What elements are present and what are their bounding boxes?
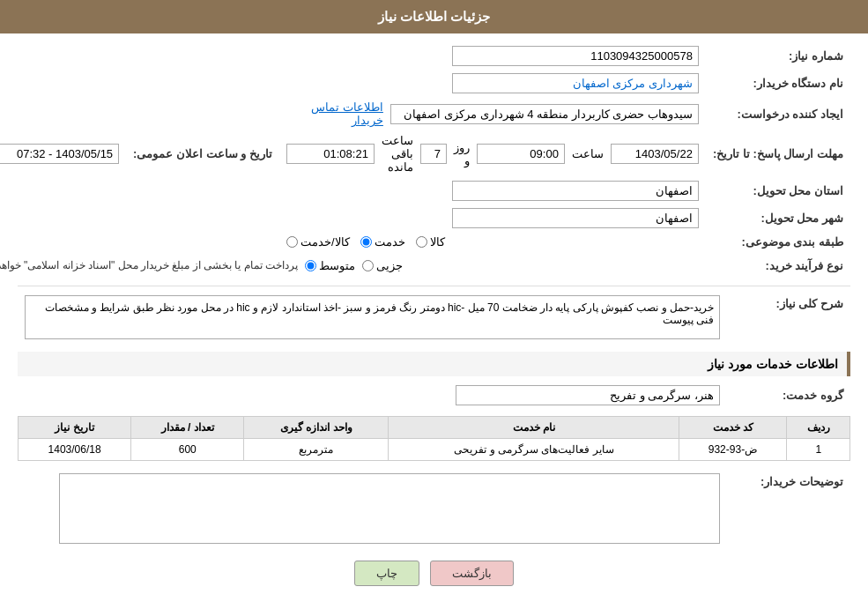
th-vahed: واحد اندازه گیری [244,417,389,439]
back-button[interactable]: بازگشت [430,561,514,586]
row-grouh-khedmat: گروه خدمت: هنر، سرگرمی و تفریح [18,382,850,409]
row-ijad-konande: ایجاد کننده درخواست: اطلاعات تماس خریدار… [0,97,850,130]
row-sharh-niaz: شرح کلی نیاز: خرید-حمل و نصب کفپوش پارکی… [18,292,850,343]
row-mohlet: مهلت ارسال پاسخ: تا تاریخ: 01:08:21 ساعت… [0,130,850,177]
table-row: 1ض-93-932سایر فعالیت‌های سرگرمی و تفریحی… [19,439,850,461]
roz-label: روز و [454,141,470,167]
sharh-niaz-value: خرید-حمل و نصب کفپوش پارکی پایه دار ضخام… [18,292,727,343]
radio-motavaset-label: متوسط [319,259,355,272]
cell-tarikh_niaz: 1403/06/18 [19,439,131,461]
saat-label: ساعت [572,147,604,160]
shahr-value: اصفهان [279,204,706,232]
print-button[interactable]: چاپ [354,561,419,586]
grouh-khedmat-value: هنر، سرگرمی و تفریح [18,382,727,409]
radio-kala-khedmat-input[interactable] [286,236,298,248]
tosehat-table: توضیحات خریدار: [18,470,850,550]
contact-info-link[interactable]: اطلاعات تماس خریدار [286,100,383,127]
radio-jozii-label: جزیی [376,259,403,272]
shahr-label: شهر محل تحویل: [706,204,850,232]
content-area: شماره نیاز: 1103094325000578 نام دستگاه … [0,33,868,604]
row-ostan: استان محل تحویل: اصفهان [0,177,850,204]
tarikh-elaan-value: 1403/05/15 - 07:32 [0,130,126,177]
cell-nam_khedmat: سایر فعالیت‌های سرگرمی و تفریحی [389,439,679,461]
ijad-konande-group: اطلاعات تماس خریدار سیدوهاب حضری کاربردا… [286,100,699,127]
cell-code_khedmat: ض-93-932 [679,439,787,461]
row-farayand: نوع فرآیند خرید: پرداخت تمام یا بخشی از … [0,252,850,279]
radio-motavaset[interactable]: متوسط [305,259,355,272]
radio-khedmat-label: خدمت [375,235,405,249]
th-tarikh-niaz: تاریخ نیاز [19,417,131,439]
service-table-header-row: ردیف کد خدمت نام خدمت واحد اندازه گیری ت… [19,417,850,439]
row-nam-dastgah: نام دستگاه خریدار: شهرداری مرکزی اصفهان [0,70,850,97]
radio-kala-input[interactable] [416,236,427,248]
mohlet-group: 01:08:21 ساعت باقی مانده 7 روز و 09:00 س… [286,134,699,174]
farayand-label: نوع فرآیند خرید: [706,252,850,279]
row-shomara-niaz: شماره نیاز: 1103094325000578 [0,42,850,70]
roz-field: 7 [420,144,447,164]
nam-dastgah-label: نام دستگاه خریدار: [706,70,850,97]
ijad-konande-label: ایجاد کننده درخواست: [706,97,850,130]
radio-kala-khedmat[interactable]: کالا/خدمت [286,235,350,249]
baqi-mande-field: 01:08:21 [286,144,375,164]
farayand-group: پرداخت تمام یا بخشی از مبلغ خریدار محل "… [0,256,699,275]
tarikh-field: 1403/05/22 [611,144,699,164]
cell-vahed: مترمربع [244,439,389,461]
th-radif: ردیف [787,417,850,439]
button-row: بازگشت چاپ [18,561,850,586]
farayand-value: پرداخت تمام یا بخشی از مبلغ خریدار محل "… [0,252,706,279]
tosehat-label: توضیحات خریدار: [727,470,850,550]
grouh-khedmat-table: گروه خدمت: هنر، سرگرمی و تفریح [18,382,850,409]
nam-dastgah-value: شهرداری مرکزی اصفهان [279,70,706,97]
ostan-label: استان محل تحویل: [706,177,850,204]
th-tedaad: تعداد / مقدار [131,417,244,439]
radio-kala-label: کالا [430,235,445,249]
shomara-niaz-label: شماره نیاز: [706,42,850,70]
ijad-konande-value: اطلاعات تماس خریدار سیدوهاب حضری کاربردا… [279,97,706,130]
th-nam-khedmat: نام خدمت [389,417,679,439]
khadamat-section-title: اطلاعات خدمات مورد نیاز [18,352,850,376]
radio-motavaset-input[interactable] [305,260,316,271]
farayand-note: پرداخت تمام یا بخشی از مبلغ خریدار محل "… [0,259,298,271]
sharh-niaz-table: شرح کلی نیاز: خرید-حمل و نصب کفپوش پارکی… [18,292,850,343]
grouh-khedmat-label: گروه خدمت: [727,382,850,409]
tabagheh-radio-group: کالا/خدمت خدمت کالا [286,235,699,249]
ostan-value: اصفهان [279,177,706,204]
tabagheh-value: کالا/خدمت خدمت کالا [279,232,706,252]
radio-khedmat-input[interactable] [360,236,372,248]
saat-field: 09:00 [477,144,565,164]
cell-radif: 1 [787,439,850,461]
page-title: جزئیات اطلاعات نیاز [378,9,490,24]
page-header: جزئیات اطلاعات نیاز [0,0,868,33]
tosehat-value [18,470,727,550]
row-tosehat: توضیحات خریدار: [18,470,850,550]
shomara-niaz-field: 1103094325000578 [452,46,699,66]
tosehat-textarea[interactable] [59,473,720,544]
main-info-table: شماره نیاز: 1103094325000578 نام دستگاه … [0,42,850,279]
radio-kala-khedmat-label: کالا/خدمت [300,235,350,249]
sharh-niaz-label: شرح کلی نیاز: [727,292,850,343]
grouh-khedmat-field: هنر، سرگرمی و تفریح [456,385,720,405]
shomara-niaz-value: 1103094325000578 [279,42,706,70]
row-shahr: شهر محل تحویل: اصفهان [0,204,850,232]
tarikh-elaan-field: 1403/05/15 - 07:32 [0,144,119,164]
tarikh-elaan-label: تاریخ و ساعت اعلان عمومی: [126,130,279,177]
page-container: جزئیات اطلاعات نیاز شماره نیاز: 11030943… [0,0,868,609]
ijad-konande-field: سیدوهاب حضری کاربردار منطقه 4 شهرداری مر… [390,104,699,124]
radio-jozii-input[interactable] [362,260,374,271]
mohlet-label: مهلت ارسال پاسخ: تا تاریخ: [706,130,850,177]
radio-khedmat[interactable]: خدمت [360,235,405,249]
ostan-field: اصفهان [452,181,699,201]
shahr-field: اصفهان [452,208,699,228]
radio-kala[interactable]: کالا [416,235,445,249]
nam-dastgah-field: شهرداری مرکزی اصفهان [452,73,699,93]
th-code-khedmat: کد خدمت [679,417,787,439]
radio-jozii[interactable]: جزیی [362,259,403,272]
cell-tedaad: 600 [131,439,244,461]
separator-1 [18,286,850,286]
service-table: ردیف کد خدمت نام خدمت واحد اندازه گیری ت… [18,416,850,461]
row-tabagheh: طبقه بندی موضوعی: کالا/خدمت خدمت [0,232,850,252]
tabagheh-label: طبقه بندی موضوعی: [706,232,850,252]
sharh-niaz-field: خرید-حمل و نصب کفپوش پارکی پایه دار ضخام… [25,295,720,339]
mohlet-value: 01:08:21 ساعت باقی مانده 7 روز و 09:00 س… [279,130,706,177]
baqi-mande-label: ساعت باقی مانده [382,134,413,174]
